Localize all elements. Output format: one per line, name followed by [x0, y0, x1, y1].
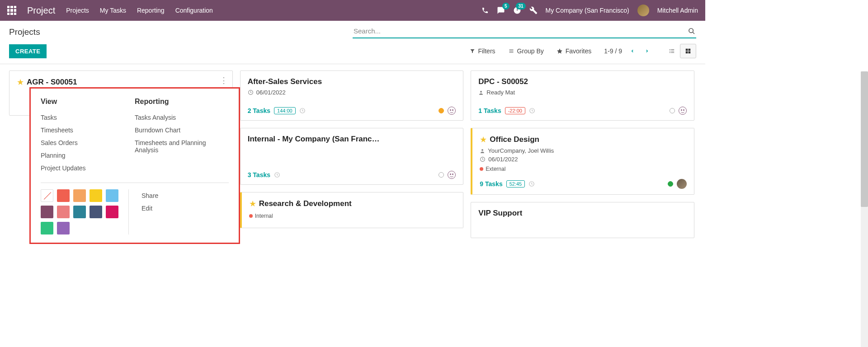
svg-rect-5 — [689, 52, 691, 54]
groupby-menu[interactable]: Group By — [508, 47, 544, 55]
clock-icon — [529, 108, 535, 114]
color-picker — [41, 189, 118, 234]
clock-icon — [299, 108, 306, 114]
kanban-view-icon — [684, 48, 692, 54]
user-menu[interactable]: Mitchell Admin — [657, 7, 698, 14]
color-swatch[interactable] — [106, 189, 118, 202]
color-swatch[interactable] — [57, 222, 70, 234]
person-icon — [480, 148, 485, 154]
status-dot[interactable] — [668, 181, 673, 187]
card-menu-button[interactable]: ⋮ — [220, 75, 228, 85]
app-brand[interactable]: Project — [27, 5, 55, 16]
tasks-count[interactable]: 9 Tasks — [480, 180, 502, 188]
color-swatch[interactable] — [73, 206, 86, 218]
popover-project-updates[interactable]: Project Updates — [41, 162, 135, 174]
color-swatch[interactable] — [41, 222, 53, 234]
project-card-internal[interactable]: Internal - My Company (San Franc… 3 Task… — [240, 128, 464, 185]
search-bar[interactable] — [353, 25, 696, 38]
kanban-column-2: After-Sales Services 06/01/2022 2 Tasks … — [240, 70, 464, 270]
assignee-avatar[interactable] — [677, 179, 687, 189]
nav-reporting[interactable]: Reporting — [137, 7, 165, 14]
popover-planning[interactable]: Planning — [41, 149, 135, 162]
popover-burndown-chart[interactable]: Burndown Chart — [135, 124, 229, 136]
popover-tasks-analysis[interactable]: Tasks Analysis — [135, 111, 229, 124]
color-none[interactable] — [41, 189, 53, 202]
popover-tasks[interactable]: Tasks — [41, 111, 135, 124]
color-swatch[interactable] — [90, 206, 102, 218]
project-card-office-design[interactable]: ★ Office Design YourCompany, Joel Willis… — [471, 128, 694, 195]
popover-timesheets[interactable]: Timesheets — [41, 124, 135, 136]
color-swatch[interactable] — [57, 206, 70, 218]
pager-text: 1-9 / 9 — [604, 47, 622, 55]
view-switcher — [664, 44, 696, 58]
card-date: 06/01/2022 — [256, 89, 286, 96]
card-title: Office Design — [490, 135, 539, 144]
apps-menu-icon[interactable] — [7, 6, 16, 15]
debug-icon[interactable] — [529, 6, 538, 14]
project-card-dpc[interactable]: DPC - S00052 Ready Mat 1 Tasks -22:00 — [471, 70, 694, 121]
filters-label: Filters — [478, 47, 495, 55]
pager-next[interactable] — [643, 46, 651, 56]
clock-icon — [528, 181, 535, 187]
project-card-after-sales[interactable]: After-Sales Services 06/01/2022 2 Tasks … — [240, 70, 464, 121]
color-swatch[interactable] — [41, 206, 53, 218]
kanban-column-1: ★ AGR - S00051 ⋮ View Tasks Timesheets S… — [9, 70, 233, 270]
svg-point-11 — [481, 149, 483, 151]
satisfaction-icon[interactable] — [448, 107, 456, 115]
kanban-column-3: DPC - S00052 Ready Mat 1 Tasks -22:00 — [471, 70, 694, 270]
nav-configuration[interactable]: Configuration — [175, 7, 213, 14]
list-view-icon — [668, 48, 675, 54]
star-icon[interactable]: ★ — [480, 135, 487, 145]
company-selector[interactable]: My Company (San Francisco) — [546, 7, 629, 14]
chat-icon[interactable]: 5 — [497, 6, 505, 14]
control-panel: Projects CREATE Filters Group By Favorit… — [0, 21, 705, 64]
popover-edit[interactable]: Edit — [142, 202, 229, 215]
nav-projects[interactable]: Projects — [66, 7, 89, 14]
color-swatch[interactable] — [57, 189, 70, 202]
search-input[interactable] — [353, 25, 687, 37]
project-card-agr[interactable]: ★ AGR - S00051 ⋮ View Tasks Timesheets S… — [9, 70, 233, 116]
favorites-menu[interactable]: Favorites — [557, 47, 592, 55]
status-dot[interactable] — [670, 108, 675, 113]
popover-share[interactable]: Share — [142, 189, 229, 202]
activity-icon[interactable]: 31 — [513, 6, 521, 14]
popover-timesheets-planning[interactable]: Timesheets and Planning Analysis — [135, 136, 229, 156]
color-swatch[interactable] — [106, 206, 118, 218]
star-icon[interactable]: ★ — [249, 199, 256, 209]
phone-icon[interactable] — [481, 7, 489, 14]
status-dot[interactable] — [439, 108, 444, 113]
project-quick-menu: View Tasks Timesheets Sales Orders Plann… — [29, 87, 240, 244]
tasks-count[interactable]: 1 Tasks — [478, 107, 501, 114]
navbar-right: 5 31 My Company (San Francisco) Mitchell… — [481, 5, 698, 16]
card-title: After-Sales Services — [248, 77, 322, 86]
card-title: Internal - My Company (San Franc… — [248, 135, 380, 144]
nav-my-tasks[interactable]: My Tasks — [100, 7, 126, 14]
person-icon — [478, 90, 484, 95]
color-swatch[interactable] — [73, 189, 86, 202]
star-icon — [557, 48, 563, 54]
project-card-research[interactable]: ★ Research & Development Internal — [240, 192, 464, 228]
popover-sales-orders[interactable]: Sales Orders — [41, 136, 135, 149]
filters-menu[interactable]: Filters — [470, 47, 495, 55]
list-view-button[interactable] — [664, 44, 680, 58]
svg-rect-2 — [686, 49, 688, 51]
card-title: VIP Support — [478, 209, 522, 218]
card-title: DPC - S00052 — [478, 77, 528, 86]
popover-view-heading: View — [41, 98, 135, 106]
user-avatar[interactable] — [637, 5, 649, 16]
status-dot[interactable] — [439, 172, 444, 178]
star-icon[interactable]: ★ — [17, 77, 24, 87]
tasks-count[interactable]: 3 Tasks — [248, 171, 270, 178]
time-badge: 52:45 — [506, 180, 525, 188]
tasks-count[interactable]: 2 Tasks — [248, 107, 270, 114]
satisfaction-icon[interactable] — [679, 107, 687, 115]
groupby-label: Group By — [517, 47, 544, 55]
satisfaction-icon[interactable] — [448, 171, 456, 179]
search-icon[interactable] — [687, 28, 696, 35]
kanban-view-button[interactable] — [680, 44, 696, 58]
create-button[interactable]: CREATE — [9, 44, 47, 58]
funnel-icon — [470, 48, 475, 54]
color-swatch[interactable] — [90, 189, 102, 202]
project-card-vip[interactable]: VIP Support — [471, 202, 694, 238]
pager-prev[interactable] — [628, 46, 637, 56]
